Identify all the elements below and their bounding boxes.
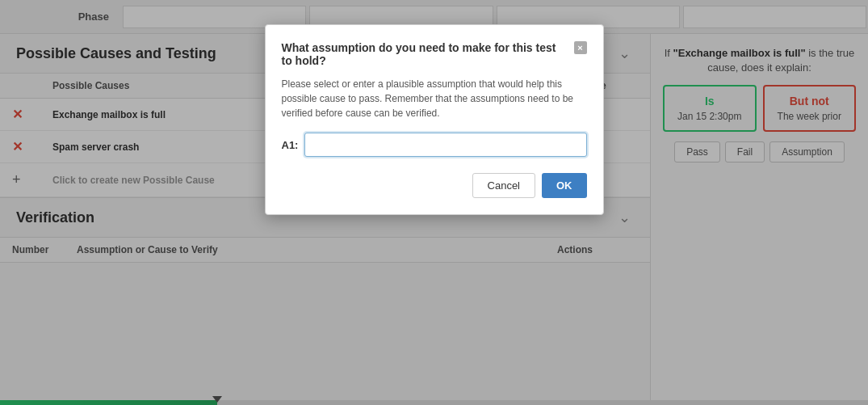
- modal-ok-button[interactable]: OK: [542, 173, 587, 198]
- modal-close-button[interactable]: ×: [574, 41, 587, 54]
- modal-dialog: What assumption do you need to make for …: [265, 24, 604, 215]
- modal-header: What assumption do you need to make for …: [282, 41, 587, 67]
- modal-overlay: What assumption do you need to make for …: [0, 0, 868, 405]
- modal-cancel-button[interactable]: Cancel: [472, 173, 535, 198]
- modal-input-field[interactable]: [304, 133, 586, 157]
- modal-input-row: A1:: [282, 133, 587, 157]
- modal-input-label: A1:: [282, 139, 299, 151]
- modal-title: What assumption do you need to make for …: [282, 41, 574, 67]
- modal-body: Please select or enter a plausible assum…: [282, 77, 587, 120]
- modal-buttons: Cancel OK: [282, 173, 587, 198]
- main-content: Phase Possible Causes and Testing ⌄ Pos: [0, 0, 868, 405]
